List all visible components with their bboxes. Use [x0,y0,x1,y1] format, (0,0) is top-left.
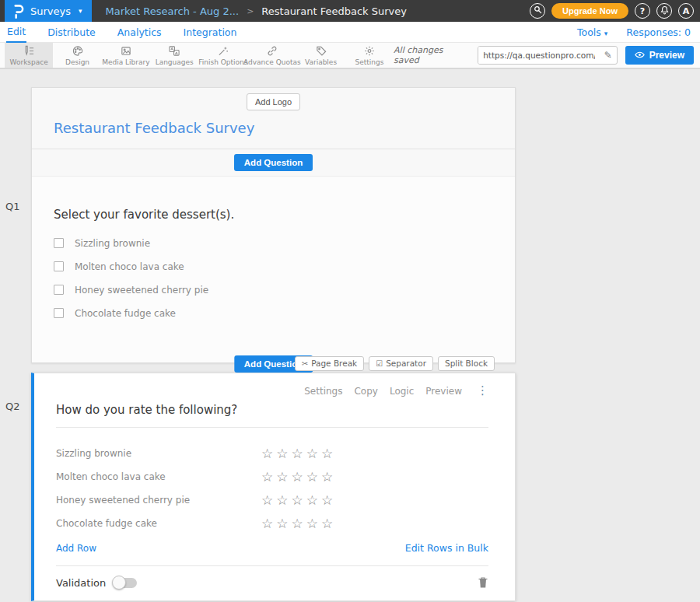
star-icon[interactable]: ☆ [292,471,303,484]
question-logic-button[interactable]: Logic [390,386,414,397]
preview-button[interactable]: Preview [625,46,694,65]
save-status-text: All changes saved [394,45,470,65]
palette-icon [72,45,84,57]
star-icon[interactable]: ☆ [306,517,318,530]
scissors-icon: ✂ [302,359,308,368]
survey-editor-canvas: Q1 Q2 Add Logo Restaurant Feedback Surve… [0,69,700,600]
toolbar-item-advance-quotas[interactable]: Advance Quotas [247,43,296,68]
responses-count[interactable]: Responses: 0 [626,26,691,38]
validation-row: Validation [56,566,488,600]
star-icon[interactable]: ☆ [276,517,288,530]
star-rating: ☆☆☆☆☆ [261,471,333,484]
star-icon[interactable]: ☆ [261,471,273,484]
translate-icon [168,45,180,57]
surveys-product-menu[interactable]: Surveys ▾ [5,0,92,22]
notifications-button[interactable] [656,3,672,19]
gear-icon [363,45,376,57]
question-preview-button[interactable]: Preview [425,386,462,397]
search-button[interactable] [530,3,545,19]
star-icon[interactable]: ☆ [306,471,318,484]
pencil-icon[interactable]: ✎ [600,47,617,64]
checkbox[interactable] [54,261,64,271]
star-icon[interactable]: ☆ [276,494,288,507]
option-label[interactable]: Chocolate fudge cake [75,308,176,319]
survey-title[interactable]: Restaurant Feedback Survey [32,110,515,149]
row-label[interactable]: Molten choco lava cake [56,471,261,482]
page-break-button[interactable]: ✂Page Break [295,356,364,371]
separator-button[interactable]: ☑Separator [369,356,433,371]
row-label[interactable]: Honey sweetened cherry pie [56,495,261,506]
toolbar-item-variables[interactable]: Variables [296,43,345,68]
toolbar-item-languages[interactable]: Languages [150,43,198,68]
option-label[interactable]: Molten choco lava cake [75,261,184,272]
breadcrumb-folder[interactable]: Market Research - Aug 2... [106,5,240,17]
rating-row: Honey sweetened cherry pie ☆☆☆☆☆ [56,488,488,512]
split-block-button[interactable]: Split Block [438,356,495,371]
avatar-initial: A [683,6,690,16]
option-label[interactable]: Sizzling brownie [75,238,150,249]
kebab-menu-icon[interactable]: ⋮ [477,385,488,397]
help-button[interactable]: ? [635,3,650,19]
edit-rows-in-bulk-link[interactable]: Edit Rows in Bulk [405,542,488,554]
validation-label: Validation [56,577,106,589]
star-icon[interactable]: ☆ [261,494,273,507]
star-icon[interactable]: ☆ [276,447,288,460]
answer-option-row: Chocolate fudge cake [54,308,515,318]
question-action-menu: Settings Copy Logic Preview ⋮ [56,373,488,400]
row-label[interactable]: Chocolate fudge cake [56,518,261,529]
star-icon[interactable]: ☆ [321,447,333,460]
survey-url-group: ✎ [478,46,617,65]
question-q1: Select your favorite dessert(s). Sizzlin… [32,177,515,362]
checkbox[interactable] [54,308,64,318]
question-settings-button[interactable]: Settings [304,386,342,397]
question-copy-button[interactable]: Copy [354,386,377,397]
toolbar-item-design[interactable]: Design [53,43,101,68]
star-icon[interactable]: ☆ [306,494,318,507]
toolbar-item-settings[interactable]: Settings [345,43,394,68]
add-row-link[interactable]: Add Row [56,543,96,554]
tab-integration[interactable]: Integration [183,22,238,42]
tab-analytics[interactable]: Analytics [117,22,163,42]
tab-edit[interactable]: Edit [6,21,26,43]
validation-toggle[interactable] [114,578,137,588]
add-logo-button[interactable]: Add Logo [247,93,300,110]
row-label[interactable]: Sizzling brownie [56,448,261,459]
star-icon[interactable]: ☆ [276,471,288,484]
tab-distribute[interactable]: Distribute [47,22,96,42]
star-icon[interactable]: ☆ [321,517,333,530]
star-icon[interactable]: ☆ [321,494,333,507]
question-number-q2: Q2 [5,401,20,412]
add-question-button[interactable]: Add Question [234,154,313,171]
rating-row: Sizzling brownie ☆☆☆☆☆ [56,442,488,465]
option-label[interactable]: Honey sweetened cherry pie [75,285,208,296]
survey-url-input[interactable] [478,47,600,64]
checked-box-icon: ☑ [376,359,383,368]
toolbar-item-workspace[interactable]: Workspace [5,43,53,68]
question-q2-card-selected[interactable]: Settings Copy Logic Preview ⋮ How do you… [31,373,516,601]
upgrade-now-button[interactable]: Upgrade Now [551,3,628,19]
trash-icon[interactable] [478,576,488,589]
nav-right-group: Tools ▾ Responses: 0 [577,26,691,38]
star-icon[interactable]: ☆ [261,517,273,530]
answer-option-row: Molten choco lava cake [54,261,515,271]
star-icon[interactable]: ☆ [292,517,303,530]
star-icon[interactable]: ☆ [292,447,303,460]
survey-block-card: Add Logo Restaurant Feedback Survey Add … [31,87,516,363]
checkbox[interactable] [54,238,64,248]
question-text[interactable]: How do you rate the following? [56,400,488,428]
star-icon[interactable]: ☆ [306,447,318,460]
toolbar-item-media-library[interactable]: Media Library [102,43,150,68]
star-icon[interactable]: ☆ [261,447,273,460]
avatar[interactable]: A [678,3,694,19]
toolbar-right-group: All changes saved ✎ Preview [394,43,700,68]
toolbar-item-finish-options[interactable]: Finish Options [198,43,247,68]
checkbox[interactable] [54,285,64,295]
rating-row: Molten choco lava cake ☆☆☆☆☆ [56,465,488,488]
star-icon[interactable]: ☆ [292,494,303,507]
star-rating: ☆☆☆☆☆ [261,447,333,460]
question-text[interactable]: Select your favorite dessert(s). [54,208,515,222]
star-icon[interactable]: ☆ [321,471,333,484]
product-name: Surveys [30,5,71,17]
tools-menu[interactable]: Tools ▾ [577,26,607,38]
toolbar-item-label: Design [65,58,89,66]
